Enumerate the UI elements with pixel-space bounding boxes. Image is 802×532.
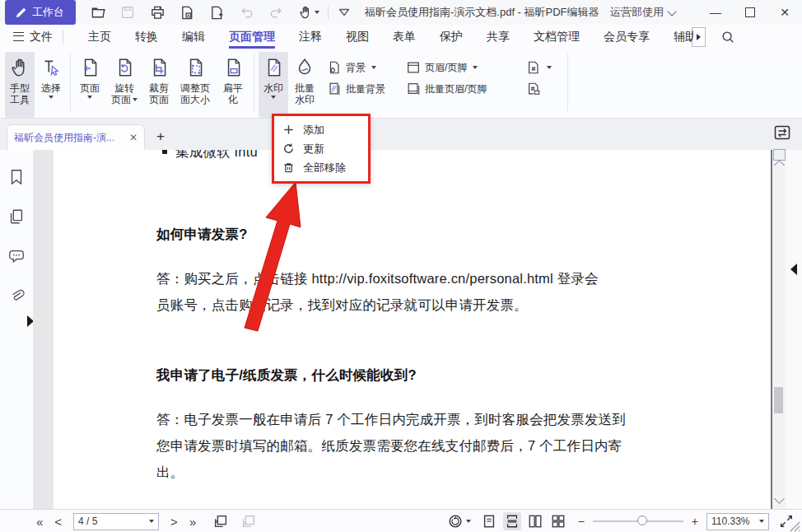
expand-right-panel-handle[interactable]: [790, 264, 797, 275]
zoom-slider[interactable]: [593, 520, 683, 522]
open-file-button[interactable]: [89, 3, 107, 21]
tab-page-management[interactable]: 页面管理: [229, 25, 275, 49]
undo-button[interactable]: [237, 3, 255, 21]
panel-toggle-button[interactable]: [772, 123, 792, 142]
window-resize-grip[interactable]: [789, 520, 800, 532]
separator: [328, 6, 329, 19]
pages-panel-button[interactable]: [7, 208, 26, 226]
batch-background-button[interactable]: 批量背景: [327, 82, 406, 96]
single-page-view-button[interactable]: [480, 512, 498, 530]
rotate-page-button[interactable]: 旋转页面: [106, 52, 142, 118]
tab-doc-management[interactable]: 文档管理: [534, 25, 580, 49]
save-button[interactable]: [119, 3, 137, 21]
workspace-label: 工作台: [32, 5, 64, 20]
tab-edit[interactable]: 编辑: [182, 25, 205, 49]
crop-page-button[interactable]: 裁剪页面: [144, 52, 174, 118]
resize-page-button[interactable]: 调整页面大小: [175, 52, 215, 118]
maximize-button[interactable]: [733, 0, 767, 25]
crop-page-icon: [148, 57, 170, 80]
vertical-scrollbar[interactable]: [771, 150, 786, 509]
titlebar: 工作台: [0, 0, 802, 25]
batch-header-footer-button[interactable]: 批量页眉/页脚: [406, 82, 526, 96]
dropdown-caret-icon: [271, 96, 276, 99]
background-button[interactable]: 背景: [327, 60, 406, 75]
menu-items: 主页 转换 编辑 页面管理 注释 视图 表单 保护 共享 文档管理 会员专享 辅…: [88, 25, 693, 49]
new-tab-button[interactable]: +: [156, 128, 165, 145]
redo-button[interactable]: [267, 3, 285, 21]
bates-numbering-button[interactable]: [526, 60, 557, 75]
hand-icon: [9, 57, 30, 80]
batch-background-label: 批量背景: [346, 82, 385, 96]
extract-page-button[interactable]: [178, 3, 196, 21]
menu-item-remove-all-watermarks[interactable]: 全部移除: [274, 158, 368, 177]
close-button[interactable]: ✕: [767, 0, 802, 25]
scrollbar-split-box[interactable]: [773, 149, 786, 161]
document-tab[interactable]: 福昕会员使用指南-演... ✕: [7, 124, 145, 150]
account-menu[interactable]: 运营部使用: [610, 5, 675, 20]
workspace-button[interactable]: 工作台: [5, 0, 76, 25]
watermark-button[interactable]: 水印: [259, 52, 288, 118]
minimize-button[interactable]: —: [698, 0, 733, 25]
menu-overflow-button[interactable]: [692, 27, 706, 47]
page-navigation: « < 4 / 5 > »: [36, 513, 257, 530]
print-button[interactable]: [148, 3, 166, 21]
scrollbar-thumb[interactable]: [774, 387, 783, 413]
select-tool-button[interactable]: 选择: [36, 52, 66, 118]
view-zoom-controls: − + 110.33%: [447, 512, 794, 530]
comments-panel-button[interactable]: [7, 247, 26, 265]
zoom-slider-knob[interactable]: [637, 516, 647, 525]
facing-view-button[interactable]: [526, 512, 544, 530]
tab-close-icon[interactable]: ✕: [129, 132, 138, 143]
scroll-down-arrow[interactable]: [774, 493, 785, 504]
scroll-up-arrow[interactable]: [774, 160, 785, 170]
hand-tool-button[interactable]: 手型工具: [5, 52, 35, 118]
previous-view-button[interactable]: [212, 513, 229, 530]
doc-heading-q2: 我申请了电子/纸质发票，什么时候能收到?: [156, 366, 417, 385]
file-menu[interactable]: 文件: [13, 30, 53, 44]
tab-share[interactable]: 共享: [487, 25, 510, 49]
header-footer-button[interactable]: 页眉/页脚: [406, 60, 526, 75]
zoom-level-combobox[interactable]: 110.33%: [706, 513, 769, 530]
hand-gesture-button[interactable]: [296, 3, 321, 21]
menu-item-update-watermark[interactable]: 更新: [274, 139, 368, 158]
tab-convert[interactable]: 转换: [135, 25, 158, 49]
page-number-combobox[interactable]: 4 / 5: [73, 513, 159, 530]
flatten-button[interactable]: 扁平化: [217, 52, 249, 118]
batch-background-icon: [327, 82, 342, 96]
zoom-in-button[interactable]: +: [690, 515, 700, 528]
tab-comment[interactable]: 注释: [299, 25, 322, 49]
document-viewport[interactable]: 集成微软 Intu 如何申请发票? 答：购买之后，点击链接 http://vip…: [33, 150, 771, 509]
tab-member[interactable]: 会员专享: [604, 25, 650, 49]
attachments-panel-button[interactable]: [7, 287, 26, 305]
dropdown-caret-icon: [87, 96, 92, 99]
tab-home[interactable]: 主页: [88, 25, 111, 49]
collapse-ribbon-button[interactable]: [335, 3, 353, 21]
tab-protect[interactable]: 保护: [440, 25, 463, 49]
page-button[interactable]: 页面: [75, 52, 105, 118]
batch-watermark-button[interactable]: 批量水印: [290, 52, 319, 118]
previous-page-button[interactable]: <: [54, 515, 62, 529]
next-page-button[interactable]: >: [170, 515, 178, 529]
rotate-view-button[interactable]: [447, 513, 464, 530]
last-page-button[interactable]: »: [189, 515, 196, 529]
new-page-button[interactable]: [207, 3, 226, 21]
continuous-view-button[interactable]: [503, 512, 521, 530]
bookmarks-panel-button[interactable]: [7, 168, 26, 186]
zoom-out-button[interactable]: −: [576, 515, 586, 528]
plus-icon: [282, 124, 295, 136]
next-view-button[interactable]: [240, 513, 257, 530]
refresh-icon: [282, 142, 295, 155]
doc-heading-q1: 如何申请发票?: [156, 226, 247, 244]
first-page-button[interactable]: «: [36, 515, 43, 529]
bates-number-icon: [526, 60, 541, 75]
watermark-dropdown-menu: 添加 更新 全部移除: [274, 116, 368, 181]
continuous-facing-view-button[interactable]: [549, 512, 567, 530]
search-button[interactable]: [719, 28, 737, 46]
tab-form[interactable]: 表单: [393, 25, 416, 49]
tab-accessibility[interactable]: 辅助: [674, 25, 693, 49]
tab-view[interactable]: 视图: [346, 25, 369, 49]
batch-bates-button[interactable]: [526, 82, 557, 96]
doc-answer-line: 出。: [156, 464, 184, 482]
background-header-footer-group: 背景 页眉/页脚 批量背景: [327, 57, 557, 118]
menu-item-add-watermark[interactable]: 添加: [274, 120, 368, 139]
